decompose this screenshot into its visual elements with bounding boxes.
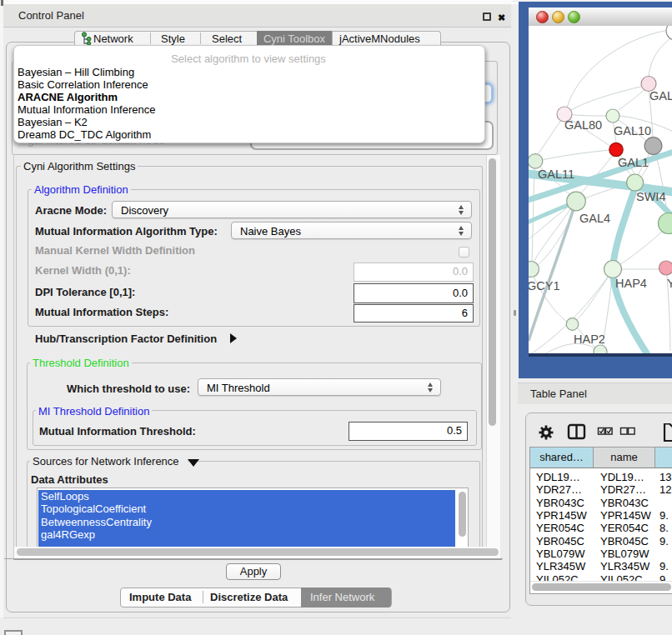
svg-text:GAL10: GAL10 — [614, 124, 651, 138]
svg-text:HAP2: HAP2 — [574, 332, 605, 346]
svg-text:GCY1: GCY1 — [529, 279, 560, 292]
svg-text:GAL1: GAL1 — [618, 156, 649, 169]
svg-text:GAL: GAL — [649, 89, 672, 102]
svg-text:Y: Y — [667, 277, 672, 290]
svg-text:HAP4: HAP4 — [615, 277, 647, 290]
svg-text:GAL4: GAL4 — [579, 212, 610, 225]
svg-text:GAL11: GAL11 — [538, 168, 574, 181]
svg-text:SWI4: SWI4 — [636, 190, 665, 203]
svg-text:GAL80: GAL80 — [564, 118, 602, 132]
